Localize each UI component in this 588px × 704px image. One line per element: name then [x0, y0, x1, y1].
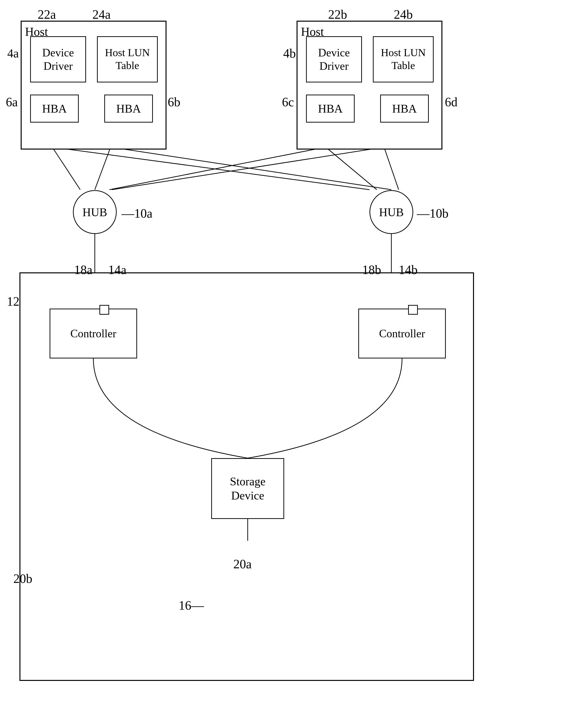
label-24b: 24b — [394, 7, 413, 22]
hba-right-4a: HBA — [104, 95, 153, 123]
diagram-container: Host DeviceDriver Host LUNTable HBA HBA … — [0, 0, 588, 704]
label-4b: 4b — [283, 46, 296, 61]
svg-line-0 — [52, 147, 80, 190]
hub-10a: HUB — [73, 190, 117, 234]
label-10a: —10a — [122, 206, 152, 221]
svg-line-7 — [384, 147, 399, 190]
label-12: 12 — [7, 294, 19, 309]
label-18a: 18a — [74, 262, 92, 277]
label-18b: 18b — [362, 262, 381, 277]
svg-line-5 — [326, 147, 377, 190]
label-14a: 14a — [108, 262, 126, 277]
label-4a: 4a — [7, 46, 19, 60]
svg-line-1 — [52, 147, 370, 190]
svg-line-3 — [111, 147, 391, 190]
hba-right-4b: HBA — [380, 95, 429, 123]
label-6a: 6a — [6, 95, 18, 109]
svg-line-6 — [112, 147, 384, 190]
bus-svg — [20, 273, 475, 682]
host-lun-table-box-4a: Host LUNTable — [97, 36, 158, 82]
storage-system-box: Controller Controller StorageDevice — [19, 272, 474, 681]
label-24a: 24a — [92, 7, 111, 22]
label-20a: 20a — [233, 557, 252, 571]
host-box-4b: Host DeviceDriver Host LUNTable HBA HBA — [297, 21, 442, 150]
label-20b: 20b — [13, 572, 32, 586]
label-6c: 6c — [282, 95, 294, 109]
label-6b: 6b — [168, 95, 180, 109]
host-lun-table-box-4b: Host LUNTable — [373, 36, 434, 82]
device-driver-box-4a: DeviceDriver — [30, 36, 86, 82]
svg-line-4 — [109, 147, 326, 190]
label-22b: 22b — [328, 7, 347, 22]
hba-left-4a: HBA — [30, 95, 79, 123]
device-driver-box-4b: DeviceDriver — [306, 36, 362, 82]
label-16: 16— — [179, 598, 204, 612]
label-10b: —10b — [417, 206, 449, 221]
svg-line-2 — [95, 147, 111, 190]
label-14b: 14b — [399, 262, 417, 277]
host-box-4a: Host DeviceDriver Host LUNTable HBA HBA — [21, 21, 167, 150]
label-22a: 22a — [38, 7, 56, 22]
hub-10b: HUB — [370, 190, 413, 234]
hba-left-4b: HBA — [306, 95, 355, 123]
label-6d: 6d — [445, 95, 457, 109]
